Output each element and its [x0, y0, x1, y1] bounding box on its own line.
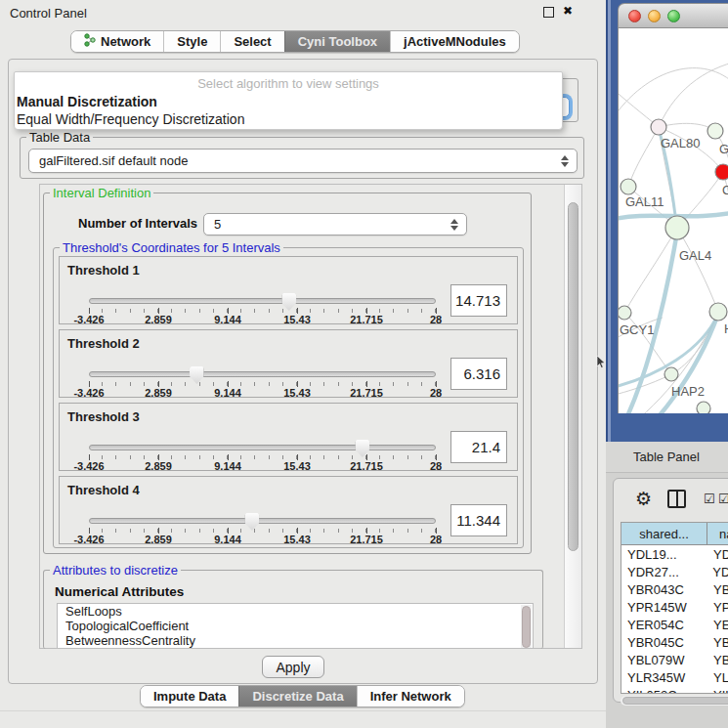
- split-columns-icon[interactable]: [667, 490, 686, 508]
- list-item[interactable]: BetweennessCentrality: [58, 633, 533, 648]
- table-data-combobox[interactable]: galFiltered.sif default node: [28, 149, 578, 173]
- list-item[interactable]: TopologicalCoefficient: [58, 619, 533, 633]
- gear-icon[interactable]: ⚙: [635, 488, 652, 510]
- table-row[interactable]: YPR145WYPR1: [621, 598, 728, 616]
- slider-tick-labels: -3.426 2.859 9.144 15.43 21.715 28: [89, 314, 436, 325]
- float-window-icon[interactable]: [543, 7, 554, 18]
- table-row[interactable]: YIL052CYIL0: [621, 686, 728, 694]
- threshold-3-value[interactable]: 21.4: [450, 431, 507, 463]
- node-bottom[interactable]: [697, 402, 710, 413]
- network-edge: [659, 60, 728, 127]
- tab-style[interactable]: Style: [163, 31, 220, 52]
- table-row[interactable]: YBR043CYBR0: [621, 580, 728, 598]
- attributes-scrollbar[interactable]: [521, 605, 532, 649]
- node-gal80[interactable]: [651, 119, 666, 135]
- node-label-c: C: [722, 183, 728, 197]
- threshold-3-panel: Threshold 3 -3.426 2.859 9.144 15.43 21.…: [59, 403, 518, 471]
- stepper-icon: [450, 219, 458, 231]
- minimize-traffic-light-icon[interactable]: [648, 10, 661, 22]
- close-icon[interactable]: ✖: [563, 4, 573, 18]
- network-canvas[interactable]: GAL80 G C GAL11 GAL4 GCY1 H HAP2: [618, 28, 728, 413]
- tab-jactivemnodules[interactable]: jActiveMNodules: [390, 31, 519, 52]
- control-panel: Control Panel ✖ Network Style Select Cyn…: [0, 0, 606, 728]
- tab-infer-network[interactable]: Infer Network: [357, 686, 464, 707]
- column-header-name[interactable]: na: [707, 523, 728, 544]
- table-row[interactable]: YBL079WYBL0: [621, 651, 728, 668]
- tab-discretize-data[interactable]: Discretize Data: [238, 686, 356, 707]
- slider-tick-labels: -3.426 2.859 9.144 15.43 21.715 28: [89, 460, 436, 472]
- scrollbar-thumb[interactable]: [568, 202, 578, 551]
- tab-network[interactable]: Network: [71, 31, 163, 52]
- column-header-shared[interactable]: shared...: [621, 523, 707, 544]
- node-label-g: G: [719, 142, 728, 156]
- node-hap2[interactable]: [664, 367, 678, 381]
- table-row[interactable]: YDR27...YDR2: [621, 563, 728, 580]
- numerical-attributes-label: Numerical Attributes: [55, 584, 184, 599]
- dropdown-option-manual[interactable]: Manual Discretization: [17, 94, 157, 109]
- table-row[interactable]: YER054CYER0: [621, 616, 728, 633]
- zoom-traffic-light-icon[interactable]: [667, 10, 680, 22]
- attributes-group-title: Attributes to discretize: [50, 563, 181, 578]
- node-label-gal80: GAL80: [661, 136, 700, 150]
- num-intervals-combobox[interactable]: 5: [203, 213, 467, 236]
- network-view-window: GAL80 G C GAL11 GAL4 GCY1 H HAP2: [618, 3, 728, 413]
- divider: [0, 710, 606, 711]
- slider-tick-labels: -3.426 2.859 9.144 15.43 21.715 28: [89, 534, 436, 545]
- threshold-4-panel: Threshold 4 -3.426 2.859 9.144 15.43 21.…: [59, 476, 518, 544]
- table-panel-body: ⚙ ☑ ☑ shared... na YDL19...YDL1 YDR27...…: [606, 473, 728, 728]
- scrollbar-thumb[interactable]: [622, 697, 728, 705]
- control-panel-titlebar: Control Panel ✖: [0, 0, 606, 25]
- list-item[interactable]: SelfLoops: [58, 604, 533, 619]
- table-data-title: Table Data: [26, 130, 93, 145]
- threshold-4-slider[interactable]: [89, 518, 436, 524]
- table-row[interactable]: YLR345WYLR3: [621, 668, 728, 686]
- table-panel-title: Table Panel: [633, 450, 700, 464]
- node-g[interactable]: [707, 123, 723, 139]
- threshold-3-slider[interactable]: [89, 445, 436, 450]
- network-edge: [619, 68, 728, 121]
- node-label-hap2: HAP2: [671, 384, 705, 399]
- threshold-1-panel: Threshold 1 -3.426 2.859 9.144 15.43 21.…: [59, 256, 518, 324]
- threshold-1-label: Threshold 1: [67, 263, 140, 278]
- checkbox-icon[interactable]: ☑: [704, 492, 715, 506]
- network-graph: GAL80 G C GAL11 GAL4 GCY1 H HAP2: [619, 28, 728, 413]
- scrollbar-thumb[interactable]: [522, 606, 531, 648]
- threshold-4-label: Threshold 4: [67, 483, 140, 497]
- network-edge: [628, 127, 659, 187]
- horizontal-scrollbar[interactable]: [621, 696, 728, 706]
- node-gal11[interactable]: [621, 179, 636, 194]
- top-tab-bar: Network Style Select Cyni Toolbox jActiv…: [70, 30, 520, 53]
- table-row[interactable]: YBR045CYBR0: [621, 633, 728, 651]
- numerical-attributes-list[interactable]: SelfLoops TopologicalCoefficient Between…: [57, 603, 534, 649]
- threshold-4-value[interactable]: 11.344: [450, 504, 507, 536]
- node-red-selected[interactable]: [715, 164, 728, 180]
- threshold-1-value[interactable]: 14.713: [450, 284, 507, 317]
- node-gcy1[interactable]: [619, 306, 631, 320]
- table-row[interactable]: YDL19...YDL1: [621, 545, 728, 563]
- desktop-edge-highlight: [608, 0, 611, 442]
- network-window-titlebar[interactable]: [618, 3, 728, 28]
- tab-network-label: Network: [101, 34, 150, 49]
- vertical-scrollbar[interactable]: [564, 185, 581, 648]
- num-intervals-label: Number of Intervals: [78, 216, 197, 231]
- interval-definition-title: Interval Definition: [50, 186, 153, 200]
- node-h[interactable]: [709, 303, 727, 321]
- dropdown-placeholder: Select algorithm to view settings: [15, 76, 562, 91]
- dropdown-option-equal-width[interactable]: Equal Width/Frequency Discretization: [17, 111, 244, 127]
- threshold-1-slider[interactable]: [89, 298, 436, 304]
- apply-button[interactable]: Apply: [262, 656, 324, 678]
- table-data-group: Table Data galFiltered.sif default node: [20, 137, 584, 179]
- bottom-tab-bar: Impute Data Discretize Data Infer Networ…: [140, 685, 465, 707]
- threshold-2-value[interactable]: 6.316: [450, 358, 507, 390]
- node-gal4[interactable]: [665, 216, 689, 239]
- tab-impute-data[interactable]: Impute Data: [141, 686, 238, 707]
- node-label-h: H: [724, 321, 728, 336]
- tab-cyni-toolbox[interactable]: Cyni Toolbox: [284, 31, 390, 52]
- network-edge: [619, 87, 659, 127]
- tab-select[interactable]: Select: [220, 31, 283, 52]
- threshold-2-slider[interactable]: [89, 371, 436, 377]
- node-attribute-table[interactable]: shared... na YDL19...YDL1 YDR27...YDR2 Y…: [621, 522, 728, 694]
- close-traffic-light-icon[interactable]: [628, 10, 641, 22]
- network-icon: [84, 33, 96, 50]
- checkbox-icon[interactable]: ☑: [718, 492, 728, 506]
